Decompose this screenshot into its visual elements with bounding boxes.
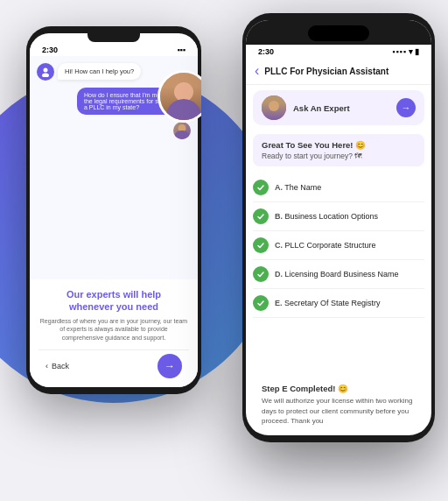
svg-point-0 bbox=[44, 68, 48, 73]
check-item[interactable]: E. Secretary Of State Registry bbox=[253, 289, 424, 318]
check-item-label: C. PLLC Corporate Structure bbox=[275, 241, 376, 250]
check-item[interactable]: B. Business Location Options bbox=[253, 202, 424, 231]
profile-image-top bbox=[158, 70, 201, 123]
right-notch-area bbox=[246, 20, 431, 45]
signal-icon: ▪▪▪▪ bbox=[392, 47, 407, 56]
expert-banner[interactable]: Ask An Expert → bbox=[253, 90, 424, 125]
right-time: 2:30 bbox=[258, 47, 274, 56]
right-phone: 2:30 ▪▪▪▪ ▾ ▮ ‹ PLLC For Physician Assis… bbox=[242, 13, 435, 442]
left-notch bbox=[88, 33, 140, 42]
check-item-label: E. Secretary Of State Registry bbox=[275, 299, 381, 307]
welcome-title: Great To See You Here! 😊 bbox=[262, 140, 416, 150]
check-circle-icon bbox=[253, 180, 269, 195]
back-chevron-icon: ‹ bbox=[46, 362, 48, 370]
battery-icon: ▮ bbox=[415, 47, 419, 56]
check-item-label: B. Business Location Options bbox=[275, 212, 378, 221]
next-arrow-icon: → bbox=[164, 360, 175, 372]
check-item[interactable]: C. PLLC Corporate Structure bbox=[253, 231, 424, 260]
left-phone-nav: ‹ Back → bbox=[38, 349, 189, 382]
experts-subtext: Regardless of where you are in your jour… bbox=[38, 317, 189, 342]
left-phone-bottom: Our experts will help whenever you need … bbox=[30, 279, 198, 387]
left-phone: 2:30 ▪▪▪ Hi! How can I help you? bbox=[26, 26, 201, 394]
check-item-label: A. The Name bbox=[275, 183, 321, 192]
left-time: 2:30 bbox=[42, 46, 58, 54]
expert-arrow-button[interactable]: → bbox=[396, 98, 416, 117]
check-item-label: D. Licensing Board Business Name bbox=[275, 270, 399, 279]
bot-bubble-text: Hi! How can I help you? bbox=[58, 63, 141, 80]
bot-avatar bbox=[37, 63, 54, 81]
right-phone-screen: 2:30 ▪▪▪▪ ▾ ▮ ‹ PLLC For Physician Assis… bbox=[246, 20, 431, 435]
step-completed-title: Step E Completed! 😊 bbox=[262, 384, 416, 393]
next-button[interactable]: → bbox=[158, 354, 182, 378]
welcome-box: Great To See You Here! 😊 Ready to start … bbox=[253, 134, 424, 166]
check-circle-icon bbox=[253, 237, 269, 253]
checklist: A. The Name B. Business Location Options… bbox=[246, 170, 431, 374]
svg-point-1 bbox=[42, 74, 49, 78]
check-item[interactable]: D. Licensing Board Business Name bbox=[253, 260, 424, 289]
step-completed-text: We will authorize your license within tw… bbox=[262, 396, 416, 426]
right-header: ‹ PLLC For Physician Assistant bbox=[246, 58, 431, 85]
step-completed-box: Step E Completed! 😊 We will authorize yo… bbox=[253, 378, 424, 432]
back-button[interactable]: ‹ Back bbox=[46, 362, 69, 370]
check-circle-icon bbox=[253, 208, 269, 224]
expert-avatar bbox=[262, 95, 286, 120]
right-status-bar: 2:30 ▪▪▪▪ ▾ ▮ bbox=[246, 45, 431, 58]
experts-headline: Our experts will help whenever you need bbox=[38, 288, 189, 314]
check-item[interactable]: A. The Name bbox=[253, 173, 424, 202]
check-circle-icon bbox=[253, 266, 269, 282]
check-circle-icon bbox=[253, 295, 269, 311]
dynamic-island bbox=[308, 25, 369, 41]
phones-wrapper: 2:30 ▪▪▪ Hi! How can I help you? bbox=[0, 0, 448, 501]
welcome-subtitle: Ready to start you journey? 🗺 bbox=[262, 152, 416, 160]
header-back-chevron-icon[interactable]: ‹ bbox=[255, 63, 259, 79]
wifi-icon: ▾ bbox=[409, 47, 413, 56]
header-title: PLLC For Physician Assistant bbox=[264, 67, 388, 76]
left-status-bar: 2:30 ▪▪▪ bbox=[30, 42, 198, 56]
expert-label: Ask An Expert bbox=[293, 103, 396, 113]
expert-arrow-icon: → bbox=[402, 102, 411, 113]
left-icons: ▪▪▪ bbox=[177, 46, 186, 54]
